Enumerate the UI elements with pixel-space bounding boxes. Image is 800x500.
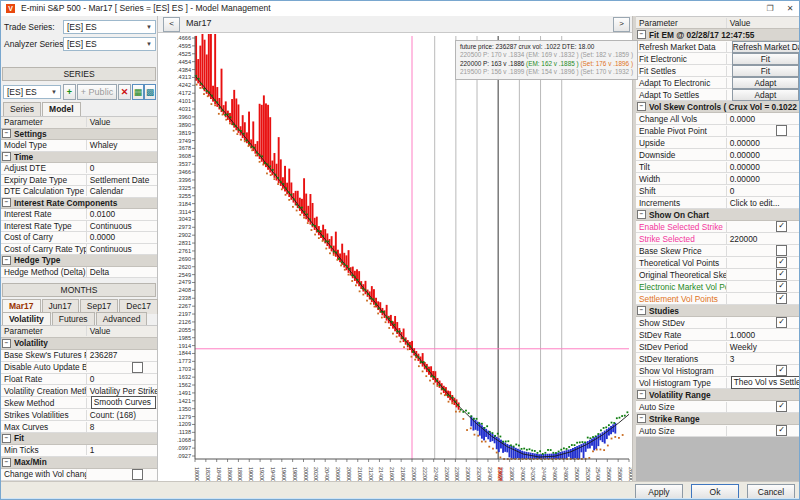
trade-series-combo[interactable]: [ES] ES▼ [63,20,156,34]
collapse-icon[interactable]: − [637,102,646,111]
collapse-icon[interactable]: − [637,390,646,399]
checkbox[interactable]: ✓ [776,317,787,328]
grid-row: Min Ticks1 [1,445,157,457]
collapse-icon[interactable]: − [637,210,646,219]
param-value[interactable]: Volatility Per Strike [87,386,157,396]
tooltip-line-strike-below: 219500 P: 156 v .1899 (EM: 154 v .1896 )… [460,68,633,76]
svg-text:.2690: .2690 [177,256,191,262]
checkbox[interactable]: ✓ [776,221,787,232]
checkbox[interactable] [776,125,787,136]
collapse-icon[interactable]: − [2,129,11,138]
collapse-icon[interactable]: − [637,306,646,315]
param-value[interactable]: 0.0000 [727,114,800,124]
param-value-editor[interactable]: Smooth Curves [91,396,156,409]
param-value[interactable]: Whaley [87,140,157,150]
param-value[interactable]: 0.00000 [727,162,800,172]
param-value[interactable]: 0.00000 [727,174,800,184]
analyzer-series-combo[interactable]: [ES] ES▼ [63,37,156,51]
svg-text:.3890: .3890 [177,122,191,128]
vol-skew-chart[interactable]: .4666.4595.4525.4454.4384.4313.4242.4172… [158,32,635,481]
svg-text:.4595: .4595 [177,43,191,49]
add-series-button[interactable]: + [63,84,76,100]
add-public-button[interactable]: + Public [77,84,117,100]
param-label: Auto Size [636,426,727,436]
param-label: Volatility Creation Method [1,386,87,396]
section-row: −Volatility [1,338,157,350]
svg-text:.4384: .4384 [177,67,191,73]
checkbox[interactable]: ✓ [776,401,787,412]
export-icon[interactable]: ▦ [132,84,144,100]
param-value[interactable]: 0 [87,163,157,173]
param-label: Original Theoretical Skew [636,270,727,280]
collapse-icon[interactable]: − [2,434,11,443]
delete-series-icon[interactable]: ✕ [118,84,131,100]
svg-text:.1279: .1279 [177,414,191,420]
param-value[interactable]: 0.0000 [87,232,157,242]
prev-month-button[interactable]: < [163,17,180,32]
param-value[interactable]: 236287 [87,350,157,360]
param-value[interactable]: 0.00000 [727,150,800,160]
param-value[interactable]: 1.0000 [727,330,800,340]
import-icon[interactable]: ▩ [144,84,156,100]
apply-button[interactable]: Apply [635,484,683,499]
param-value[interactable]: Click to edit... [727,198,800,208]
tab-series[interactable]: Series [3,102,41,117]
checkbox[interactable]: ✓ [776,425,787,436]
next-month-button[interactable]: > [613,17,630,32]
grid-row: Max Curves8 [1,421,157,433]
checkbox[interactable]: ✓ [776,293,787,304]
param-value[interactable]: 1 [87,445,157,455]
series-combo[interactable]: [ES] ES▼ [3,85,61,99]
svg-text:244000: 244000 [541,467,547,481]
param-value-editor[interactable]: Theo Vol vs Settle Vol [731,376,800,389]
param-value[interactable]: 0 [87,374,157,384]
checkbox[interactable]: ✓ [776,257,787,268]
analyzer-series-label: Analyzer Series: [4,39,66,49]
collapse-icon[interactable]: − [2,256,11,265]
param-value[interactable]: Delta [87,267,157,277]
grid-row: Theoretical Vol Points✓ [636,257,800,269]
param-value[interactable]: Weekly [727,342,800,352]
checkbox[interactable] [132,469,143,480]
collapse-icon[interactable]: − [2,198,11,207]
collapse-icon[interactable]: − [637,414,646,423]
chevron-down-icon[interactable]: ▼ [144,22,154,32]
collapse-icon[interactable]: − [637,30,646,39]
collapse-icon[interactable]: − [2,458,11,467]
param-value[interactable]: Continuous [87,244,157,254]
chevron-down-icon[interactable]: ▼ [144,39,154,49]
cancel-button[interactable]: Cancel [747,484,795,499]
restore-icon[interactable]: ❐ [761,2,779,15]
checkbox[interactable] [776,245,787,256]
grid-row: Show StDev✓ [636,317,800,329]
param-value[interactable]: Continuous [87,221,157,231]
param-label: Cost of Carry Rate Type [1,244,87,254]
param-value[interactable]: Settlement Date [87,175,157,185]
ok-button[interactable]: Ok [691,484,739,499]
collapse-icon[interactable]: − [2,152,11,161]
param-value[interactable]: 0 [727,186,800,196]
checkbox[interactable]: ✓ [776,281,787,292]
collapse-icon[interactable]: − [2,339,11,348]
param-value: ✓ [727,365,800,376]
param-value[interactable]: 0.0100 [87,209,157,219]
param-value[interactable]: Calendar [87,186,157,196]
svg-text:.1491: .1491 [177,390,191,396]
left-panel: Trade Series: [ES] ES▼ Analyzer Series: … [1,16,158,481]
grid-row: StDev Rate1.0000 [636,329,800,341]
svg-text:218000: 218000 [400,467,406,481]
param-label: Base Skew Price [636,246,727,256]
cell-button[interactable]: Adapt [732,89,799,101]
checkbox[interactable] [132,362,143,373]
checkbox[interactable]: ✓ [776,269,787,280]
param-value[interactable]: 3 [727,354,800,364]
param-value[interactable]: 220000 [727,234,800,244]
param-value[interactable]: 0.00000 [727,138,800,148]
checkbox[interactable]: ✓ [776,365,787,376]
chevron-down-icon[interactable]: ▼ [49,87,59,97]
close-icon[interactable]: ✕ [781,2,799,15]
tab-model[interactable]: Model [42,102,81,117]
param-value[interactable]: 8 [87,422,157,432]
param-label: Refresh Market Data [636,42,727,52]
param-value[interactable]: Count: (168) [87,410,157,420]
